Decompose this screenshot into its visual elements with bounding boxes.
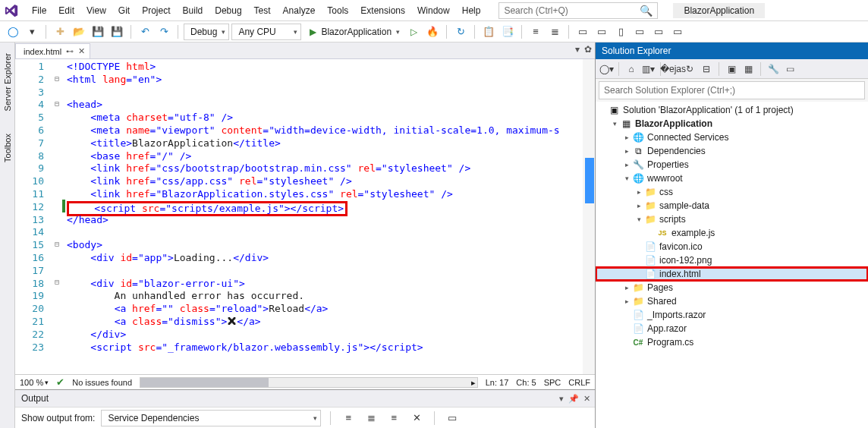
hot-reload-button[interactable]: 🔥: [424, 24, 441, 40]
output-close-icon[interactable]: ✕: [583, 394, 590, 404]
eol-indicator[interactable]: CRLF: [568, 378, 590, 387]
tree-node[interactable]: ▸📁Pages: [596, 281, 868, 294]
solution-explorer-title[interactable]: Solution Explorer: [596, 42, 868, 59]
tree-node[interactable]: 📄index.html: [596, 267, 868, 281]
solution-name-badge[interactable]: BlazorApplication: [673, 3, 765, 18]
se-collapse-button[interactable]: ⊟: [699, 61, 714, 77]
output-tool-1[interactable]: ≡: [340, 410, 357, 426]
platform-dropdown[interactable]: Any CPU▾: [231, 24, 301, 40]
bookmark-button[interactable]: ▯: [612, 24, 629, 40]
line-indicator[interactable]: Ln: 17: [486, 378, 509, 387]
se-showall-button[interactable]: ▣: [724, 61, 739, 77]
tree-node[interactable]: ▸🔧Properties: [596, 158, 868, 172]
tree-node[interactable]: ▸📁css: [596, 185, 868, 199]
se-back-button[interactable]: ◯▾: [599, 61, 614, 77]
se-home-button[interactable]: ⌂: [624, 61, 639, 77]
output-source-dropdown[interactable]: Service Dependencies▾: [101, 410, 321, 426]
menu-analyze[interactable]: Analyze: [277, 2, 322, 19]
output-from-label: Show output from:: [21, 413, 95, 423]
tree-node[interactable]: 📄App.razor: [596, 322, 868, 335]
global-search-input[interactable]: Search (Ctrl+Q) 🔍: [498, 2, 658, 19]
col-indicator[interactable]: Ch: 5: [516, 378, 536, 387]
start-debug-button[interactable]: ▶BlazorApplication▾: [303, 24, 403, 40]
config-dropdown[interactable]: Debug▾: [184, 24, 229, 40]
indent-indicator[interactable]: SPC: [544, 378, 561, 387]
tree-node[interactable]: ▣Solution 'BlazorApplication' (1 of 1 pr…: [596, 103, 868, 117]
output-tool-2[interactable]: ≣: [363, 410, 379, 426]
tree-node[interactable]: ▸🌐Connected Services: [596, 131, 868, 144]
uncomment-button[interactable]: ▭: [593, 24, 610, 40]
nav-fwd-button[interactable]: ▾: [24, 24, 40, 40]
save-all-button[interactable]: 💾: [108, 24, 125, 40]
menu-test[interactable]: Test: [248, 2, 277, 19]
redo-button[interactable]: ↷: [156, 24, 172, 40]
tree-node[interactable]: ▾▦BlazorApplication: [596, 117, 868, 131]
menu-edit[interactable]: Edit: [52, 2, 80, 19]
zoom-dropdown[interactable]: 100 %▾: [20, 378, 49, 387]
solution-tree[interactable]: ▣Solution 'BlazorApplication' (1 of 1 pr…: [596, 102, 868, 428]
indent-more-button[interactable]: ≣: [546, 24, 563, 40]
tool-btn-c[interactable]: ▭: [669, 24, 686, 40]
code-editor[interactable]: 1234567891011121314151617181920212223 ⊟⊟…: [15, 59, 595, 374]
tree-node[interactable]: ▸📁Shared: [596, 294, 868, 308]
tree-node[interactable]: JSexample.js: [596, 226, 868, 240]
tree-node[interactable]: ▾🌐wwwroot: [596, 172, 868, 185]
save-button[interactable]: 💾: [90, 24, 106, 40]
tree-node[interactable]: ▸⧉Dependencies: [596, 144, 868, 158]
output-pin-icon[interactable]: 📌: [568, 394, 579, 404]
main-toolbar: ◯ ▾ ✚ 📂 💾 💾 ↶ ↷ Debug▾ Any CPU▾ ▶BlazorA…: [0, 21, 868, 42]
overview-ruler[interactable]: [583, 59, 595, 374]
se-preview-button[interactable]: ▦: [741, 61, 756, 77]
tool-btn-1[interactable]: 📋: [480, 24, 497, 40]
tree-node[interactable]: 📄icon-192.png: [596, 253, 868, 267]
solution-explorer-search[interactable]: Search Solution Explorer (Ctrl+;): [599, 81, 865, 99]
document-tab-index[interactable]: index.html ⊷ ✕: [15, 43, 90, 58]
browser-link-button[interactable]: ↻: [452, 24, 469, 40]
menu-file[interactable]: File: [26, 2, 52, 19]
tree-node[interactable]: ▸📁sample-data: [596, 199, 868, 212]
undo-button[interactable]: ↶: [137, 24, 153, 40]
solution-explorer-toolbar: ◯▾ ⌂ ▥▾ �ejas ↻ ⊟ ▣ ▦ 🔧 ▭: [596, 59, 868, 79]
tool-btn-2[interactable]: 📑: [499, 24, 516, 40]
menu-project[interactable]: Project: [136, 2, 176, 19]
menu-tools[interactable]: Tools: [321, 2, 354, 19]
nav-back-button[interactable]: ◯: [5, 24, 21, 40]
left-tool-rail: Server Explorer Toolbox: [0, 42, 15, 428]
start-nodebug-button[interactable]: ▷: [405, 24, 422, 40]
output-tool-4[interactable]: ▭: [444, 410, 461, 426]
tree-node[interactable]: 📄favicon.ico: [596, 240, 868, 253]
tool-btn-a[interactable]: ▭: [631, 24, 648, 40]
tree-node[interactable]: 📄_Imports.razor: [596, 308, 868, 322]
tool-btn-b[interactable]: ▭: [650, 24, 667, 40]
issues-label[interactable]: No issues found: [72, 378, 132, 387]
output-clear-button[interactable]: ✕: [408, 410, 425, 426]
comment-button[interactable]: ▭: [574, 24, 591, 40]
output-tool-3[interactable]: ≡: [385, 410, 402, 426]
open-button[interactable]: 📂: [71, 24, 87, 40]
tree-node[interactable]: ▾📁scripts: [596, 212, 868, 226]
output-dropdown-icon[interactable]: ▾: [559, 394, 564, 404]
tab-overflow-button[interactable]: ▾: [575, 44, 580, 55]
se-refresh-button[interactable]: ↻: [682, 61, 697, 77]
menu-build[interactable]: Build: [177, 2, 209, 19]
editor-horizontal-scrollbar[interactable]: ◂▸: [140, 377, 478, 388]
se-properties-button[interactable]: 🔧: [766, 61, 781, 77]
toolbox-tab[interactable]: Toolbox: [2, 129, 14, 167]
close-icon[interactable]: ✕: [78, 46, 85, 56]
tab-settings-button[interactable]: ✿: [584, 44, 592, 55]
se-view-button[interactable]: ▥▾: [640, 61, 656, 77]
menu-view[interactable]: View: [80, 2, 112, 19]
search-placeholder: Search (Ctrl+Q): [504, 5, 568, 16]
menu-help[interactable]: Help: [456, 2, 487, 19]
menu-git[interactable]: Git: [112, 2, 136, 19]
pin-icon[interactable]: ⊷: [66, 47, 74, 55]
menu-window[interactable]: Window: [411, 2, 456, 19]
se-preview-pane-button[interactable]: ▭: [782, 61, 797, 77]
new-item-button[interactable]: ✚: [52, 24, 68, 40]
se-sync-button[interactable]: �ejas: [665, 61, 681, 77]
server-explorer-tab[interactable]: Server Explorer: [2, 49, 14, 115]
menu-debug[interactable]: Debug: [209, 2, 247, 19]
indent-less-button[interactable]: ≡: [527, 24, 544, 40]
tree-node[interactable]: C#Program.cs: [596, 335, 868, 349]
menu-extensions[interactable]: Extensions: [354, 2, 411, 19]
